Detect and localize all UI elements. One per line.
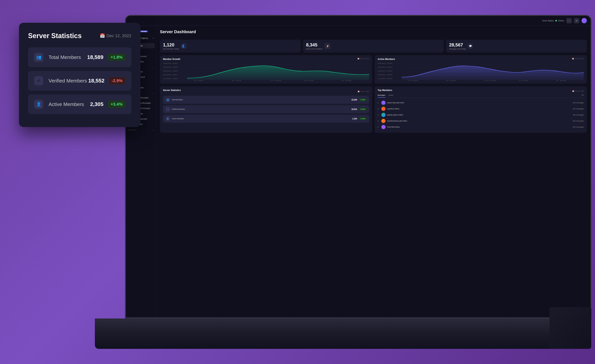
server-stats-card: Server Statistics 📅 Dec 12, 2022 👥 Total… xyxy=(160,86,372,133)
top-members-title: Top Members xyxy=(378,89,392,92)
calendar-icon: 📅 xyxy=(100,33,105,38)
top-members-date: 📅 Dec 12, 2022 xyxy=(572,90,584,92)
tab-messages[interactable]: Messages xyxy=(378,94,385,98)
server-stat-total-badge: +1.8% xyxy=(359,98,367,101)
members-tabs: Messages Invites XP xyxy=(378,94,584,98)
svg-text:6 AM: 6 AM xyxy=(409,80,418,81)
active-members-label: Active Members xyxy=(49,101,90,107)
active-members-icon: 👤 xyxy=(34,100,43,109)
member-stat-4: 305 messages xyxy=(573,120,584,122)
peak-members-label: Peak Active Members xyxy=(306,48,323,50)
status-value: Online xyxy=(558,20,564,22)
rank-3: 3. xyxy=(378,114,380,116)
svg-text:400.0K: 400.0K xyxy=(378,67,393,68)
svg-text:100.0K: 100.0K xyxy=(163,78,178,79)
stat-card-messages: 28,567 Messages Sent Today 💬 xyxy=(446,40,587,53)
peak-members-value: 8,345 xyxy=(306,42,323,48)
charts-row: Member Growth 📅 Dec 12, 2022 xyxy=(160,55,587,84)
bottom-row: Server Statistics 📅 Dec 12, 2022 👥 Total… xyxy=(160,86,587,133)
new-members-value: 1,120 xyxy=(163,42,179,48)
member-row-4: 4. NeedOneMoreLatte #0001 305 messages xyxy=(378,118,584,124)
svg-text:300.0K: 300.0K xyxy=(163,70,178,72)
rank-4: 4. xyxy=(378,120,380,122)
messages-icon: 💬 xyxy=(468,43,473,49)
messages-label: Messages Sent Today xyxy=(449,48,466,50)
rank-2: 2. xyxy=(378,108,380,110)
avatar-3 xyxy=(381,113,386,117)
server-stat-verified-icon: ✓ xyxy=(166,107,170,111)
dock-box xyxy=(549,307,591,349)
active-members-chart: Active Members 📅 Dec 12, 2022 xyxy=(375,55,587,84)
server-stat-verified-badge: +2.9% xyxy=(359,108,367,110)
avatar-2 xyxy=(381,107,386,111)
member-row-1: 1. Mystic Mermaid #1487 365 messages xyxy=(378,100,584,106)
dashboard-title: Server Dashboard xyxy=(160,29,196,34)
messages-value: 28,567 xyxy=(449,42,466,48)
server-stat-active-label: Active Members xyxy=(172,118,352,120)
new-members-label: New Members Today xyxy=(163,48,179,50)
member-row-5: 5. Pixel Pilot #5631 296 messages xyxy=(378,124,584,130)
calendar-icon-2: 📅 xyxy=(572,58,574,60)
user-avatar[interactable] xyxy=(581,18,587,23)
member-growth-date: 📅 Dec 12, 2022 xyxy=(357,58,369,60)
total-members-label: Total Members xyxy=(49,55,87,60)
insights-label: INSIGHTS xyxy=(128,129,136,131)
verified-members-value: 18,552 xyxy=(88,78,105,84)
server-stat-total-label: Total Members xyxy=(172,99,351,101)
status-text: Omni Status: xyxy=(542,20,554,22)
floating-card-header: Server Statistics 📅 Dec 12, 2022 xyxy=(28,32,131,40)
member-name-1: Mystic Mermaid #1487 xyxy=(387,102,571,104)
active-members-value: 2,305 xyxy=(90,101,103,107)
member-row-3: 3. galactic gecko #3923 330 messages xyxy=(378,112,584,118)
svg-text:6 PM: 6 PM xyxy=(342,80,351,81)
peak-icon: ⚡ xyxy=(325,43,331,49)
laptop-wrapper: Omni Status: Online ⋮⋮ ⊞ xyxy=(95,15,591,349)
app-logo-badge: Ultimate xyxy=(140,31,148,32)
calendar-icon-3: 📅 xyxy=(358,91,360,92)
rank-1: 1. xyxy=(378,102,380,104)
avatar-4 xyxy=(381,119,386,123)
tab-xp[interactable]: XP xyxy=(581,94,584,98)
svg-text:6 PM: 6 PM xyxy=(556,80,566,81)
dock-area xyxy=(125,318,591,349)
member-growth-area: 500.0K 400.0K 300.0K 200.0K 100.0K xyxy=(163,62,369,81)
server-stat-active-value: 2,305 xyxy=(352,118,357,120)
verified-members-icon: ✓ xyxy=(34,76,43,85)
active-members-badge: +3.4% xyxy=(108,101,125,108)
rank-5: 5. xyxy=(378,126,380,128)
status-dot xyxy=(555,20,557,21)
server-stats-title: Server Statistics xyxy=(163,89,181,92)
insights-collapse-icon[interactable]: ▴ xyxy=(153,129,154,131)
omni-status: Omni Status: Online xyxy=(542,20,564,22)
svg-text:9 AM: 9 AM xyxy=(446,80,456,81)
verified-members-label: Verified Members xyxy=(49,78,88,84)
utilities-collapse-icon[interactable]: ▴ xyxy=(153,93,154,94)
calendar-icon-4: 📅 xyxy=(572,90,574,92)
svg-text:200.0K: 200.0K xyxy=(378,74,393,76)
server-stat-active-icon: 👤 xyxy=(166,117,170,121)
management-collapse-icon[interactable]: ▴ xyxy=(153,67,154,68)
member-name-2: superfruit #0001 xyxy=(387,108,571,110)
floating-card-date: 📅 Dec 12, 2022 xyxy=(100,33,131,38)
total-members-badge: +1.8% xyxy=(108,54,125,61)
stat-row-verified: ✓ Verified Members 18,552 -2.9% xyxy=(28,71,131,91)
svg-text:500.0K: 500.0K xyxy=(378,63,393,64)
grid-icon[interactable]: ⊞ xyxy=(574,18,579,23)
svg-text:12 PM: 12 PM xyxy=(484,80,496,81)
svg-text:6 AM: 6 AM xyxy=(194,80,203,81)
notification-icon[interactable]: ⋮⋮ xyxy=(566,18,572,23)
active-members-chart-title: Active Members xyxy=(378,58,584,61)
svg-text:12 PM: 12 PM xyxy=(269,80,282,81)
server-stat-verified-label: Verified Members xyxy=(172,108,351,110)
svg-text:300.0K: 300.0K xyxy=(378,70,393,72)
ui-container: Omni Status: Online ⋮⋮ ⊞ xyxy=(126,16,591,318)
server-stat-total-icon: 👥 xyxy=(166,98,170,102)
top-members-card: Top Members 📅 Dec 12, 2022 Messages Invi… xyxy=(375,86,587,133)
svg-text:3 PM: 3 PM xyxy=(518,80,528,81)
svg-text:200.0K: 200.0K xyxy=(163,74,178,76)
server-stats-date: 📅 Dec 12, 2022 xyxy=(358,91,369,92)
server-chevron-icon: ▾ xyxy=(153,37,154,39)
server-stat-verified-value: 18,552 xyxy=(351,108,357,110)
stat-row-active: 👤 Active Members 2,305 +3.4% xyxy=(28,94,131,114)
tab-invites[interactable]: Invites xyxy=(388,94,393,98)
